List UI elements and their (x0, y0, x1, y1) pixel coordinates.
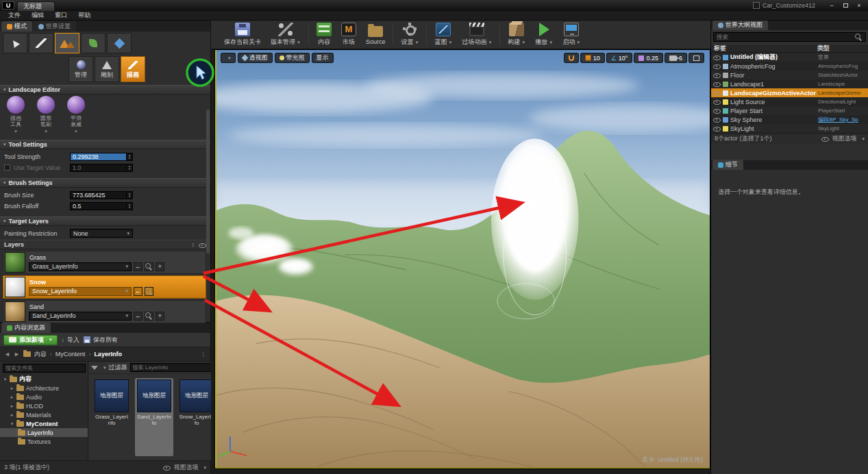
viewport[interactable]: ▾ 透视图 带光照 显示 10 (214, 49, 710, 469)
maximize-button[interactable] (839, 1, 852, 10)
spinner-arrows-icon[interactable]: ▲▼ (126, 165, 132, 171)
layer-row-sand[interactable]: Sand Sand_LayerInfo▾ ← + (3, 300, 206, 323)
manage-mode-button[interactable]: 管理 (69, 56, 93, 82)
tab-details[interactable]: 细节 (712, 160, 743, 170)
visibility-eye-icon[interactable] (713, 116, 721, 123)
layers-visibility-icon[interactable] (199, 242, 206, 248)
modes-panel-scrollbar[interactable] (206, 110, 210, 253)
menu-edit[interactable]: 编辑 (26, 11, 49, 20)
breadcrumb-root[interactable]: 内容 (34, 350, 47, 359)
use-target-value-checkbox[interactable] (4, 164, 10, 171)
content-button[interactable]: 内容 (312, 21, 336, 49)
mode-place-button[interactable] (3, 33, 27, 53)
browse-layerinfo-button[interactable] (145, 262, 153, 271)
snow-layerinfo-select[interactable]: Snow_LayerInfo▾ (29, 287, 132, 296)
back-icon[interactable]: ◄ (4, 351, 10, 358)
save-current-level-button[interactable]: 保存当前关卡 (219, 21, 266, 49)
target-value-input[interactable]: 1.0 ▲▼ (70, 164, 133, 172)
spinner-arrows-icon[interactable]: ▲▼ (126, 154, 132, 160)
camera-speed-button[interactable]: 6 (665, 53, 687, 63)
tree-item-layerinfo[interactable]: LayerInfo (0, 428, 88, 437)
expand-arrow-icon[interactable]: ▾ (10, 421, 14, 427)
layer-row-snow[interactable]: Snow Snow_LayerInfo▾ ← (3, 275, 206, 299)
asset-snow-layerinfo[interactable]: 地形图层 Snow_LayerInfo (177, 378, 216, 456)
visibility-eye-icon[interactable] (713, 125, 721, 132)
folder-search-input[interactable] (3, 364, 86, 373)
maximize-viewport-button[interactable] (689, 53, 704, 63)
path-options-icon[interactable]: ⋮ (200, 351, 206, 358)
source-button[interactable]: Source (361, 21, 390, 49)
source-control-button[interactable]: 版本管理▼ (266, 21, 306, 49)
asset-grass-layerinfo[interactable]: 地形图层 Grass_LayerInfo (92, 378, 131, 456)
visibility-eye-icon[interactable] (713, 81, 721, 87)
viewport-options-button[interactable]: ▾ (221, 53, 236, 63)
label-column-header[interactable]: 标签 (714, 44, 726, 53)
expand-arrow-icon[interactable]: ▾ (3, 377, 8, 382)
actor-row-playerstart[interactable]: Player StartPlayerStart (711, 106, 868, 115)
breadcrumb-current[interactable]: LayerInfo (94, 351, 122, 358)
marketplace-button[interactable]: 市场 (336, 21, 361, 49)
add-new-button[interactable]: 添加新项 ▾ (3, 335, 58, 345)
settings-button[interactable]: 设置▼ (396, 21, 423, 49)
actor-row-lightsource[interactable]: Light SourceDirectionalLight (711, 97, 868, 106)
mode-foliage-button[interactable] (81, 33, 106, 53)
tab-world-outliner[interactable]: 世界大纲视图 (712, 20, 768, 30)
play-button[interactable]: 播放▼ (530, 21, 558, 49)
asset-sand-layerinfo[interactable]: 地形图层 Sand_LayerInfo (135, 378, 173, 456)
actor-row-floor[interactable]: FloorStaticMeshActor (711, 71, 868, 79)
menu-file[interactable]: 文件 (3, 11, 26, 20)
tree-item-textures[interactable]: Textures (0, 437, 88, 446)
brush-settings-header[interactable]: ▾Brush Settings (0, 178, 210, 188)
filter-funnel-icon[interactable] (91, 366, 98, 370)
outliner-search[interactable] (713, 32, 866, 42)
blueprints-button[interactable]: 蓝图▼ (430, 21, 457, 49)
visibility-eye-icon[interactable] (713, 108, 721, 114)
build-button[interactable]: 构建▼ (503, 21, 530, 49)
assign-layerinfo-button[interactable]: ← (134, 312, 142, 321)
target-layers-header[interactable]: ▾Target Layers (0, 216, 210, 226)
browse-layerinfo-button[interactable] (145, 287, 153, 296)
actor-row-skysphere[interactable]: Sky Sphere编辑BP_Sky_Sp (711, 115, 868, 124)
asset-search-input[interactable] (130, 363, 217, 372)
tab-world-settings[interactable]: 世界设置 (33, 21, 76, 32)
type-column-header[interactable]: 类型 (817, 44, 865, 53)
visibility-eye-icon[interactable] (713, 63, 721, 69)
tree-item-mycontent[interactable]: ▾ MyContent (0, 419, 88, 428)
layer-row-grass[interactable]: Grass Grass_LayerInfo▾ ← + (3, 251, 206, 274)
landscape-editor-header[interactable]: ▾Landscape Editor (0, 85, 210, 95)
tool-strength-input[interactable]: 0.299238 ▲▼ (70, 153, 133, 161)
actor-row-world[interactable]: Untitled (编辑器)世界 (711, 53, 868, 62)
minimize-button[interactable]: – (825, 1, 839, 10)
view-options-button[interactable]: 视图选项 ▾ (163, 463, 206, 472)
viewport-3d-scene[interactable] (215, 50, 710, 469)
sort-layers-icon[interactable]: ↕ (192, 241, 195, 248)
save-all-button[interactable]: 保存所有 (84, 336, 118, 345)
surface-snap-button[interactable] (564, 53, 579, 63)
sculpt-mode-button[interactable]: 雕刻 (95, 56, 119, 82)
assign-layerinfo-button[interactable]: ← (134, 262, 142, 271)
outliner-search-input[interactable] (717, 34, 853, 40)
tree-item-hlod[interactable]: ▸ HLOD (0, 401, 88, 410)
spinner-arrows-icon[interactable]: ▲▼ (126, 203, 132, 209)
painting-restriction-select[interactable]: None ▾ (70, 229, 133, 238)
menu-window[interactable]: 窗口 (49, 11, 73, 20)
grid-snap-button[interactable]: 10 (580, 53, 605, 63)
paint-mode-button[interactable]: 描画 (121, 56, 145, 82)
expand-arrow-icon[interactable]: ▸ (10, 386, 14, 391)
breadcrumb-folder[interactable]: MyContent (55, 351, 86, 358)
brush-type-selector[interactable]: 圆形笔刷 ▾ (37, 96, 55, 134)
actor-row-landscapegizmo[interactable]: LandscapeGizmoActiveActorLandscapeGizmo (711, 88, 868, 97)
rotation-snap-button[interactable]: ∠ 10° (606, 53, 633, 63)
menu-help[interactable]: 帮助 (73, 11, 96, 20)
visibility-eye-icon[interactable] (713, 90, 721, 96)
launch-button[interactable]: 启动▼ (558, 21, 585, 49)
import-button[interactable]: ↓ 导入 (62, 336, 80, 345)
tab-modes[interactable]: 模式 (1, 21, 32, 32)
browse-layerinfo-button[interactable] (145, 312, 153, 321)
actor-row-atmosphericfog[interactable]: AtmosphericFogAtmosphericFog (711, 62, 868, 71)
tool-settings-header[interactable]: ▾Tool Settings (0, 140, 210, 149)
spinner-arrows-icon[interactable]: ▲▼ (126, 192, 132, 198)
assign-layerinfo-button[interactable]: ← (134, 287, 142, 296)
visibility-eye-icon[interactable] (713, 99, 721, 105)
edit-blueprint-link[interactable]: 编辑BP_Sky_Sp (818, 116, 866, 123)
